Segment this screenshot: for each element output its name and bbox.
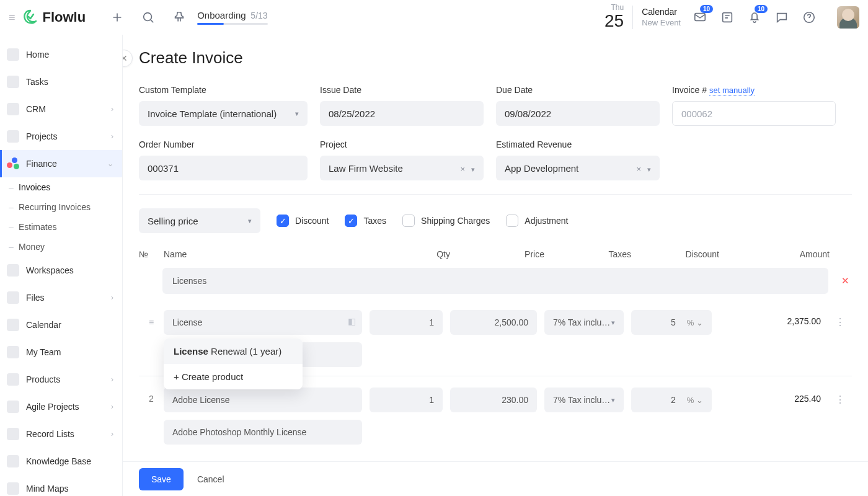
sidebar-item-products[interactable]: Products› bbox=[0, 366, 122, 393]
input-qty[interactable]: 1 bbox=[370, 388, 443, 412]
field-issue-date: Issue Date 08/25/2022 bbox=[320, 85, 484, 126]
chevron-down-icon: ▾ bbox=[647, 166, 651, 173]
avatar[interactable] bbox=[837, 6, 859, 29]
product-suggest-popup: License Renewal (1 year) + Create produc… bbox=[164, 339, 303, 389]
cell-amount: 2,375.00 bbox=[719, 310, 830, 326]
line-items-table: № Name Qty Price Taxes Discount Amount L… bbox=[139, 249, 852, 445]
drag-handle-icon[interactable]: ≡ bbox=[139, 310, 164, 327]
chevron-right-icon: › bbox=[111, 375, 113, 384]
cancel-button[interactable]: Cancel bbox=[197, 474, 224, 484]
input-invoice-no[interactable]: 000062 bbox=[672, 101, 836, 126]
clear-icon[interactable]: × bbox=[636, 164, 641, 174]
input-price[interactable]: 230.00 bbox=[450, 388, 537, 412]
chevron-down-icon: ▾ bbox=[611, 319, 615, 327]
main-panel: ✕ Create Invoice Custom Template Invoice… bbox=[123, 35, 868, 496]
input-price[interactable]: 2,500.00 bbox=[450, 310, 537, 335]
input-item-desc[interactable]: Adobe Photoshop Monthly License bbox=[164, 420, 362, 445]
checkbox-adjustment[interactable]: Adjustment bbox=[506, 215, 568, 227]
chat-icon[interactable] bbox=[775, 11, 789, 24]
sidebar-item-record-lists[interactable]: Record Lists› bbox=[0, 420, 122, 448]
chevron-down-icon: ⌄ bbox=[696, 318, 703, 327]
subnav-money[interactable]: Money bbox=[9, 237, 122, 257]
input-discount[interactable]: 5% ⌄ bbox=[631, 310, 712, 335]
sidebar-item-tasks[interactable]: Tasks bbox=[0, 68, 122, 95]
calendar-new-event: New Event bbox=[642, 18, 681, 29]
input-qty[interactable]: 1 bbox=[370, 310, 443, 335]
col-name: Name bbox=[164, 249, 370, 259]
inbox-button[interactable]: 10 bbox=[693, 10, 707, 25]
onboarding-widget[interactable]: Onboarding 5/13 bbox=[197, 10, 268, 25]
input-discount[interactable]: 2% ⌄ bbox=[631, 388, 712, 412]
topright-icons: 10 10 bbox=[693, 6, 859, 29]
brand-name: Flowlu bbox=[43, 9, 86, 25]
topbar-actions bbox=[110, 11, 186, 24]
subnav-invoices[interactable]: Invoices bbox=[9, 177, 122, 197]
input-item-name[interactable]: Adobe License bbox=[164, 388, 362, 412]
date-block[interactable]: Thu 25 bbox=[604, 4, 624, 31]
checkbox-empty bbox=[506, 215, 518, 227]
chevron-right-icon: › bbox=[111, 402, 113, 411]
divider bbox=[632, 6, 633, 29]
chevron-down-icon: ⌄ bbox=[696, 396, 703, 405]
subnav-estimates[interactable]: Estimates bbox=[9, 217, 122, 237]
sidebar-item-calendar[interactable]: Calendar bbox=[0, 311, 122, 339]
select-est-revenue[interactable]: App Development×▾ bbox=[496, 156, 660, 180]
select-custom-template[interactable]: Invoice Template (international)▾ bbox=[139, 101, 308, 126]
checkbox-taxes[interactable]: ✓Taxes bbox=[345, 215, 386, 227]
field-est-revenue: Estimated Revenue App Development×▾ bbox=[496, 140, 660, 180]
page-title: Create Invoice bbox=[139, 48, 852, 68]
select-tax[interactable]: 7% Tax inclu…▾ bbox=[544, 388, 624, 412]
sidebar-item-mind-maps[interactable]: Mind Maps bbox=[0, 475, 122, 496]
pin-icon[interactable] bbox=[172, 11, 186, 24]
suggest-item[interactable]: License Renewal (1 year) bbox=[164, 339, 303, 364]
calendar-title: Calendar bbox=[642, 6, 681, 17]
row-more-icon[interactable]: ⋮ bbox=[830, 310, 851, 328]
chevron-right-icon: › bbox=[111, 132, 113, 141]
search-icon[interactable] bbox=[141, 11, 155, 24]
sidebar-item-finance[interactable]: Finance⌄ bbox=[0, 150, 122, 177]
subnav-recurring-invoices[interactable]: Recurring Invoices bbox=[9, 197, 122, 217]
checkbox-discount[interactable]: ✓Discount bbox=[277, 215, 329, 227]
sidebar-item-projects[interactable]: Projects› bbox=[0, 123, 122, 150]
input-order-no[interactable]: 000371 bbox=[139, 156, 308, 180]
note-icon[interactable] bbox=[720, 11, 734, 24]
save-button[interactable]: Save bbox=[139, 468, 184, 490]
sidebar-item-files[interactable]: Files› bbox=[0, 284, 122, 311]
label-invoice-no: Invoice # bbox=[672, 85, 707, 95]
checkbox-shipping[interactable]: Shipping Charges bbox=[402, 215, 490, 227]
link-set-manually[interactable]: set manually bbox=[709, 86, 755, 95]
onboarding-count: 5/13 bbox=[250, 11, 267, 20]
clear-icon[interactable]: × bbox=[460, 164, 465, 174]
input-item-name[interactable]: License bbox=[164, 310, 362, 335]
input-issue-date[interactable]: 08/25/2022 bbox=[320, 101, 484, 126]
select-price-mode[interactable]: Selling price▾ bbox=[139, 208, 260, 233]
sidebar: Home Tasks CRM› Projects› Finance⌄ Invoi… bbox=[0, 35, 123, 496]
help-icon[interactable] bbox=[802, 11, 816, 24]
chevron-down-icon: ▾ bbox=[471, 166, 475, 173]
sidebar-item-my-team[interactable]: My Team bbox=[0, 339, 122, 366]
sidebar-item-workspaces[interactable]: Workspaces bbox=[0, 257, 122, 284]
delete-group-icon[interactable]: ✕ bbox=[841, 275, 849, 286]
create-product-link[interactable]: + Create product bbox=[164, 364, 303, 389]
sidebar-item-crm[interactable]: CRM› bbox=[0, 95, 122, 123]
select-project[interactable]: Law Firm Website×▾ bbox=[320, 156, 484, 180]
divider bbox=[139, 194, 852, 195]
label-custom-template: Custom Template bbox=[139, 85, 308, 95]
brand-logo[interactable]: Flowlu bbox=[22, 9, 86, 26]
sidebar-item-knowledge-base[interactable]: Knowledge Base bbox=[0, 448, 122, 475]
input-due-date[interactable]: 09/08/2022 bbox=[496, 101, 660, 126]
row-more-icon[interactable]: ⋮ bbox=[830, 388, 851, 405]
group-row[interactable]: Licenses ✕ bbox=[162, 268, 828, 294]
check-icon: ✓ bbox=[345, 215, 357, 227]
col-discount: Discount bbox=[631, 249, 719, 259]
plus-icon[interactable] bbox=[110, 11, 124, 24]
inbox-badge: 10 bbox=[700, 5, 713, 13]
sidebar-item-agile-projects[interactable]: Agile Projects› bbox=[0, 393, 122, 420]
select-tax[interactable]: 7% Tax inclu…▾ bbox=[544, 310, 624, 335]
notifications-button[interactable]: 10 bbox=[748, 10, 761, 25]
menu-toggle[interactable]: ≡ bbox=[9, 11, 16, 24]
svg-rect-1 bbox=[695, 13, 706, 20]
sidebar-item-home[interactable]: Home bbox=[0, 41, 122, 68]
checkbox-empty bbox=[402, 215, 415, 227]
calendar-quick[interactable]: Calendar New Event bbox=[642, 6, 681, 28]
